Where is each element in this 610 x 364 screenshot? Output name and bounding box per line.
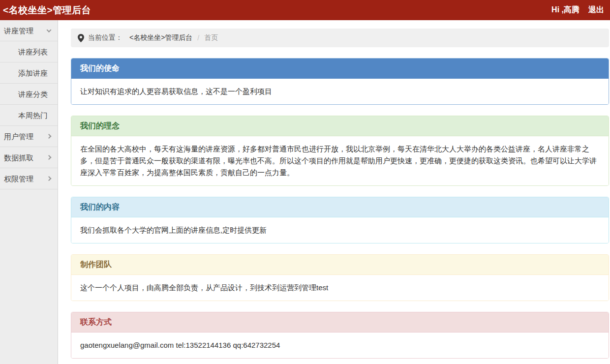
breadcrumb-separator: / [197,34,199,42]
chevron-down-icon [47,28,52,32]
app-title[interactable]: <名校坐坐>管理后台 [3,4,91,17]
panel-mission-title: 我们的使命 [71,59,609,79]
sidebar-item-label: 数据抓取 [4,153,33,162]
topbar: <名校坐坐>管理后台 Hi ,高腾 退出 [0,0,610,20]
sidebar-item-label: 讲座管理 [4,27,33,35]
panel-contact: 联系方式 gaotengxuelang@gmail.com tel:135221… [71,312,609,359]
panel-content-title: 我们的内容 [71,197,609,217]
panel-mission-body: 让对知识有追求的人更容易获取信息，这不是一个盈利项目 [71,79,609,104]
sidebar-item-label: 用户管理 [4,132,33,141]
panel-team: 制作团队 这个一个个人项目，由高腾全部负责，从产品设计，到技术到运营到管理tes… [71,254,609,301]
sidebar-item-lecture-management[interactable]: 讲座管理 [0,20,58,41]
sidebar-item-label: 讲座列表 [18,48,48,56]
logout-link[interactable]: 退出 [588,5,604,15]
breadcrumb-current: 首页 [204,33,218,42]
breadcrumb: 当前位置： <名校坐坐>管理后台 / 首页 [71,29,609,47]
sidebar-item-user-management[interactable]: 用户管理 [0,126,58,147]
panel-philosophy-title: 我们的理念 [71,116,609,136]
chevron-right-icon [47,155,52,160]
sidebar-item-lecture-category[interactable]: 讲座分类 [0,84,58,105]
sidebar-item-permission-management[interactable]: 权限管理 [0,168,58,189]
sidebar-item-weekly-hot[interactable]: 本周热门 [0,105,58,126]
sidebar-item-add-lecture[interactable]: 添加讲座 [0,62,58,84]
sidebar-item-label: 权限管理 [4,175,33,183]
chevron-right-icon [47,176,52,181]
panel-content-body: 我们会抓取各个大学的官网上面的讲座信息,定时提供更新 [71,217,609,243]
main-content: 当前位置： <名校坐坐>管理后台 / 首页 我们的使命 让对知识有追求的人更容易… [58,20,610,364]
panel-mission: 我们的使命 让对知识有追求的人更容易获取信息，这不是一个盈利项目 [71,58,609,105]
panel-team-title: 制作团队 [71,255,609,275]
sidebar-item-lecture-list[interactable]: 讲座列表 [0,41,58,62]
sidebar-item-label: 添加讲座 [18,69,48,77]
sidebar-item-label: 讲座分类 [18,90,48,98]
sidebar-item-data-crawl[interactable]: 数据抓取 [0,147,58,168]
breadcrumb-label: 当前位置： [88,33,122,42]
sidebar-item-label: 本周热门 [18,111,48,120]
panel-philosophy-body: 在全国的各大高校中，每天有这海量的讲座资源，好多都对普通市民也进行开放，我以北京… [71,136,609,185]
panel-team-body: 这个一个个人项目，由高腾全部负责，从产品设计，到技术到运营到管理test [71,275,609,301]
user-greeting: Hi ,高腾 [551,5,580,15]
breadcrumb-root-link[interactable]: <名校坐坐>管理后台 [129,33,192,42]
panel-content: 我们的内容 我们会抓取各个大学的官网上面的讲座信息,定时提供更新 [71,197,609,243]
topbar-user-area: Hi ,高腾 退出 [551,5,604,15]
location-pin-icon [78,34,84,42]
sidebar: 讲座管理 讲座列表 添加讲座 讲座分类 本周热门 用户管理 数据抓取 权限管理 [0,20,58,364]
panel-contact-body: gaotengxuelang@gmail.com tel:13522144136… [71,333,609,358]
panel-contact-title: 联系方式 [71,312,609,333]
panel-philosophy: 我们的理念 在全国的各大高校中，每天有这海量的讲座资源，好多都对普通市民也进行开… [71,116,609,186]
chevron-right-icon [47,134,52,139]
